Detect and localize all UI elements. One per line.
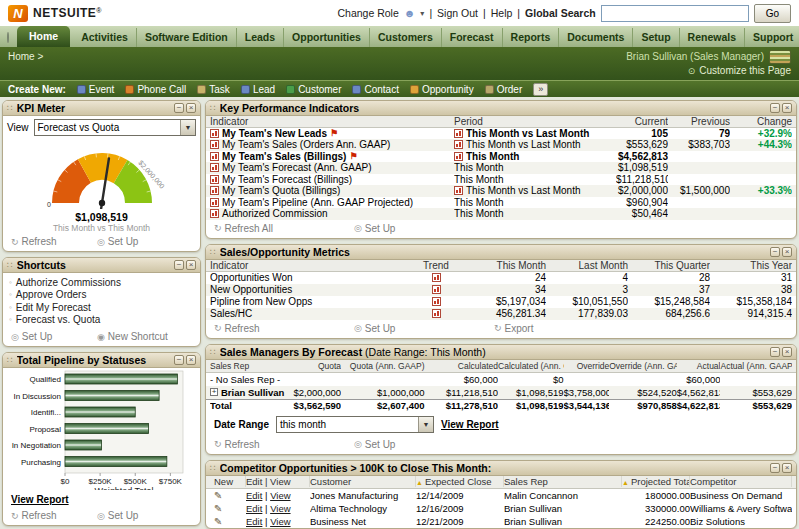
kpi-chart-icon[interactable] <box>210 140 219 149</box>
set-up-link[interactable]: ◎Set Up <box>354 439 494 450</box>
minimize-button[interactable]: − <box>770 347 780 357</box>
refresh-link[interactable]: ↻Refresh <box>214 439 354 450</box>
minimize-button[interactable]: − <box>174 103 184 113</box>
kpi-chart-icon[interactable] <box>210 152 219 161</box>
create-new-task[interactable]: Task <box>197 84 230 95</box>
trend-chart-icon[interactable] <box>454 140 463 149</box>
shortcut-forecast-vs-quota[interactable]: ◦Forecast vs. Quota <box>9 314 194 327</box>
drag-handle-icon[interactable]: ∷ <box>210 463 216 473</box>
trend-chart-icon[interactable] <box>432 285 441 294</box>
tab-forecast[interactable]: Forecast <box>442 28 503 47</box>
global-search-input[interactable] <box>601 5 749 22</box>
tab-documents[interactable]: Documents <box>559 28 633 47</box>
tab-leads[interactable]: Leads <box>237 28 284 47</box>
minimize-button[interactable]: − <box>770 103 780 113</box>
drag-handle-icon[interactable]: ∷ <box>7 355 13 365</box>
create-new-contact[interactable]: Contact <box>352 84 398 95</box>
person-icon[interactable]: ☻ <box>404 7 416 19</box>
create-new-opportunity[interactable]: Opportunity <box>410 84 474 95</box>
create-new-lead[interactable]: Lead <box>241 84 275 95</box>
dropdown-arrow-icon[interactable]: ▼ <box>418 417 433 432</box>
close-button[interactable]: × <box>186 103 196 113</box>
trend-chart-icon[interactable] <box>432 309 441 318</box>
tab-home[interactable]: Home <box>17 26 70 47</box>
drag-handle-icon[interactable]: ∷ <box>7 260 13 270</box>
edit-link[interactable]: Edit <box>246 516 262 527</box>
drag-handle-icon[interactable]: ∷ <box>7 103 13 113</box>
close-button[interactable]: × <box>782 463 792 473</box>
dropdown-arrow-icon[interactable]: ▼ <box>180 120 195 135</box>
shortcut-authorize-commissions[interactable]: ◦Authorize Commissions <box>9 276 194 289</box>
refresh-link[interactable]: ↻Refresh <box>11 236 97 247</box>
create-new-customer[interactable]: Customer <box>286 84 341 95</box>
tab-support[interactable]: Support <box>745 28 799 47</box>
tab-setup[interactable]: Setup <box>633 28 679 47</box>
drag-handle-icon[interactable]: ∷ <box>210 103 216 113</box>
close-button[interactable]: × <box>782 103 792 113</box>
edit-link[interactable]: Edit <box>246 490 262 501</box>
tab-software-edition[interactable]: Software Edition <box>137 28 237 47</box>
view-report-link[interactable]: View Report <box>11 494 69 505</box>
create-new-event[interactable]: Event <box>77 84 115 95</box>
view-report-link[interactable]: View Report <box>441 419 499 430</box>
drag-handle-icon[interactable]: ∷ <box>210 247 216 257</box>
help-link[interactable]: Help <box>491 7 513 19</box>
kpi-chart-icon[interactable] <box>210 186 219 195</box>
minimize-button[interactable]: − <box>770 247 780 257</box>
set-up-link[interactable]: ◎Set Up <box>97 510 183 521</box>
tab-opportunities[interactable]: Opportunities <box>284 28 370 47</box>
close-button[interactable]: × <box>186 260 196 270</box>
refresh-link[interactable]: ↻Refresh <box>214 323 354 334</box>
set-up-link[interactable]: ◎Set Up <box>354 323 494 334</box>
kpi-chart-icon[interactable] <box>210 129 219 138</box>
new-record-icon[interactable]: ✎ <box>214 490 222 501</box>
tab-renewals[interactable]: Renewals <box>680 28 745 47</box>
edit-link[interactable]: Edit <box>246 503 262 514</box>
date-range-select[interactable]: this month ▼ <box>276 416 434 433</box>
refresh-link[interactable]: ↻Refresh <box>11 510 97 521</box>
close-button[interactable]: × <box>782 247 792 257</box>
set-up-link[interactable]: ◎Set Up <box>97 236 183 247</box>
shortcut-edit-my-forecast[interactable]: ◦Edit My Forecast <box>9 301 194 314</box>
create-new-phone-call[interactable]: Phone Call <box>125 84 186 95</box>
breadcrumb[interactable]: Home > <box>8 51 43 62</box>
sign-out-link[interactable]: Sign Out <box>437 7 478 19</box>
drag-handle-icon[interactable]: ∷ <box>210 347 216 357</box>
chevron-down-icon[interactable]: ▾ <box>420 9 424 18</box>
go-button[interactable]: Go <box>754 4 791 23</box>
tab-customers[interactable]: Customers <box>370 28 442 47</box>
create-new-order[interactable]: Order <box>485 84 523 95</box>
customize-icon[interactable]: ⊙ <box>688 66 696 76</box>
kpi-chart-icon[interactable] <box>210 163 219 172</box>
minimize-button[interactable]: − <box>770 463 780 473</box>
view-link[interactable]: View <box>270 490 290 501</box>
set-up-link[interactable]: ◎Set Up <box>11 331 97 342</box>
trend-chart-icon[interactable] <box>432 273 441 282</box>
new-record-icon[interactable]: ✎ <box>214 516 222 527</box>
new-shortcut-link[interactable]: ◉New Shortcut <box>97 331 183 342</box>
tab-activities[interactable]: Activities <box>73 28 137 47</box>
export-link[interactable]: ↻Export <box>494 323 634 334</box>
kpi-chart-icon[interactable] <box>210 175 219 184</box>
tab-reports[interactable]: Reports <box>503 28 560 47</box>
close-button[interactable]: × <box>782 347 792 357</box>
close-button[interactable]: × <box>186 355 196 365</box>
trend-chart-icon[interactable] <box>454 129 463 138</box>
customize-page-link[interactable]: Customize this Page <box>699 65 791 76</box>
sort-icon[interactable]: ▲ <box>416 479 423 486</box>
trend-chart-icon[interactable] <box>454 152 463 161</box>
more-create-options-button[interactable]: » <box>533 83 548 96</box>
view-link[interactable]: View <box>270 503 290 514</box>
expand-row-icon[interactable]: + <box>210 388 218 396</box>
kpi-chart-icon[interactable] <box>210 198 219 207</box>
refresh-all-link[interactable]: ↻Refresh All <box>214 223 354 234</box>
new-record-icon[interactable]: ✎ <box>214 503 222 514</box>
minimize-button[interactable]: − <box>174 355 184 365</box>
change-role-link[interactable]: Change Role <box>337 7 398 19</box>
kpi-chart-icon[interactable] <box>210 209 219 218</box>
shortcut-approve-orders[interactable]: ◦Approve Orders <box>9 289 194 302</box>
trend-chart-icon[interactable] <box>454 186 463 195</box>
sort-icon[interactable]: ▲ <box>622 479 629 486</box>
minimize-button[interactable]: − <box>174 260 184 270</box>
view-link[interactable]: View <box>270 516 290 527</box>
